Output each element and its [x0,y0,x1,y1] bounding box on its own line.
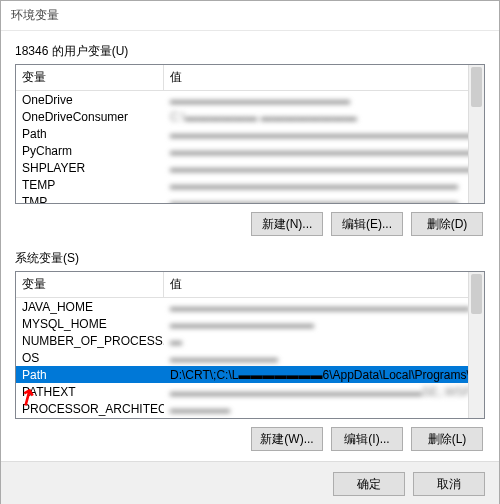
var-name: Path [16,367,164,383]
var-name: OneDrive [16,92,164,108]
var-name: PyCharm [16,143,164,159]
table-row[interactable]: PyCharm▬▬▬▬▬▬▬▬▬▬▬▬▬▬▬▬▬▬▬▬▬▬▬▬▬▬▬▬▬.3.3… [16,142,484,159]
var-name: JAVA_HOME [16,299,164,315]
var-name: PROCESSOR_ARCHITECTU [16,401,164,417]
var-value: C:\▬▬▬▬▬▬ ▬▬▬▬▬▬▬▬ [164,109,484,125]
var-value: ▬▬▬▬▬▬▬▬▬ [164,350,484,366]
var-name: PATHEXT [16,384,164,400]
system-vars-table[interactable]: 变量 值 JAVA_HOME▬▬▬▬▬▬▬▬▬▬▬▬▬▬▬▬▬▬▬▬▬▬▬▬▬M… [15,271,485,419]
var-value: ▬▬▬▬▬▬▬▬▬▬▬▬▬▬▬▬▬▬▬▬▬▬▬▬▬▬▬▬3.1.0 [164,160,484,176]
col-name[interactable]: 变量 [16,65,164,90]
ok-button[interactable]: 确定 [333,472,405,496]
user-vars-table[interactable]: 变量 值 OneDrive▬▬▬▬▬▬▬▬▬▬▬▬▬▬▬OneDriveCons… [15,64,485,204]
env-vars-dialog: 环境变量 18346 的用户变量(U) 变量 值 OneDrive▬▬▬▬▬▬▬… [0,0,500,504]
table-row[interactable]: TEMP▬▬▬▬▬▬▬▬▬▬▬▬▬▬▬▬▬▬▬▬▬▬▬▬ [16,176,484,193]
table-row[interactable]: OS▬▬▬▬▬▬▬▬▬ [16,349,484,366]
user-vars-section: 18346 的用户变量(U) 变量 值 OneDrive▬▬▬▬▬▬▬▬▬▬▬▬… [15,43,485,240]
var-value: ▬▬▬▬▬ [164,401,484,417]
col-value[interactable]: 值 [164,272,484,297]
dialog-buttons: 确定 取消 [1,461,499,504]
dialog-title: 环境变量 [1,1,499,31]
table-header: 变量 值 [16,65,484,91]
var-value: ▬▬▬▬▬▬▬▬▬▬▬▬▬▬▬▬▬▬▬▬▬▬▬▬▬ [164,299,484,315]
var-value: ▬▬▬▬▬▬▬▬▬▬▬▬▬▬▬ [164,92,484,108]
var-value: ▬▬▬▬▬▬▬▬▬▬▬▬▬▬▬▬▬▬▬▬▬SE;.WSF;.WSH;.MSC;.… [164,384,484,400]
var-value: D:\CRT\;C:\L▬▬▬▬▬▬▬6\AppData\Local\Progr… [164,367,484,383]
var-name: OS [16,350,164,366]
table-row[interactable]: JAVA_HOME▬▬▬▬▬▬▬▬▬▬▬▬▬▬▬▬▬▬▬▬▬▬▬▬▬ [16,298,484,315]
table-row[interactable]: OneDrive▬▬▬▬▬▬▬▬▬▬▬▬▬▬▬ [16,91,484,108]
cancel-button[interactable]: 取消 [413,472,485,496]
user-vars-buttons: 新建(N)... 编辑(E)... 删除(D) [15,204,485,240]
user-delete-button[interactable]: 删除(D) [411,212,483,236]
var-value: ▬▬▬▬▬▬▬▬▬▬▬▬▬▬▬▬▬▬▬▬▬▬▬▬▬▬▬▬▬.3.3\bin; [164,143,484,159]
table-row[interactable]: MYSQL_HOME▬▬▬▬▬▬▬▬▬▬▬▬ [16,315,484,332]
col-value[interactable]: 值 [164,65,484,90]
table-row[interactable]: PATHEXT▬▬▬▬▬▬▬▬▬▬▬▬▬▬▬▬▬▬▬▬▬SE;.WSF;.WSH… [16,383,484,400]
var-value: ▬▬▬▬▬▬▬▬▬▬▬▬ [164,316,484,332]
var-name: OneDriveConsumer [16,109,164,125]
table-row[interactable]: TMP▬▬▬▬▬▬▬▬▬▬▬▬▬▬▬▬▬▬▬▬▬▬▬▬ [16,193,484,204]
var-value: ▬ [164,333,484,349]
var-name: PROCESSOR_IDENTIFIER [16,418,164,420]
table-row[interactable]: PROCESSOR_IDENTIFIER▬▬▬▬▬▬▬▬▬▬▬▬▬▬▬▬▬▬▬▬… [16,417,484,419]
table-header: 变量 值 [16,272,484,298]
system-new-button[interactable]: 新建(W)... [251,427,323,451]
var-value: ▬▬▬▬▬▬▬▬▬▬▬▬▬▬▬▬▬▬▬▬▬▬▬▬ [164,177,484,193]
var-name: MYSQL_HOME [16,316,164,332]
scrollbar[interactable] [468,272,484,418]
table-row[interactable]: Path▬▬▬▬▬▬▬▬▬▬▬▬▬▬▬▬▬▬▬▬▬▬▬▬▬▬▬▬▬2019\py… [16,125,484,142]
dialog-content: 18346 的用户变量(U) 变量 值 OneDrive▬▬▬▬▬▬▬▬▬▬▬▬… [1,31,499,461]
user-vars-label: 18346 的用户变量(U) [15,43,485,60]
col-name[interactable]: 变量 [16,272,164,297]
user-new-button[interactable]: 新建(N)... [251,212,323,236]
var-name: Path [16,126,164,142]
table-row[interactable]: SHPLAYER▬▬▬▬▬▬▬▬▬▬▬▬▬▬▬▬▬▬▬▬▬▬▬▬▬▬▬▬3.1.… [16,159,484,176]
table-row[interactable]: PROCESSOR_ARCHITECTU▬▬▬▬▬ [16,400,484,417]
system-vars-buttons: 新建(W)... 编辑(I)... 删除(L) [15,419,485,455]
var-name: NUMBER_OF_PROCESS... [16,333,164,349]
system-delete-button[interactable]: 删除(L) [411,427,483,451]
system-vars-section: 系统变量(S) 变量 值 JAVA_HOME▬▬▬▬▬▬▬▬▬▬▬▬▬▬▬▬▬▬… [15,250,485,455]
var-value: ▬▬▬▬▬▬▬▬▬▬▬▬▬▬▬▬▬▬▬▬▬▬▬▬▬▬▬▬▬2019\py...h… [164,126,484,142]
var-name: SHPLAYER [16,160,164,176]
scrollbar[interactable] [468,65,484,203]
system-vars-label: 系统变量(S) [15,250,485,267]
table-row[interactable]: OneDriveConsumerC:\▬▬▬▬▬▬ ▬▬▬▬▬▬▬▬ [16,108,484,125]
var-name: TMP [16,194,164,205]
var-value: ▬▬▬▬▬▬▬▬▬▬▬▬▬▬▬▬▬▬▬▬▬▬▬▬ [164,194,484,205]
system-edit-button[interactable]: 编辑(I)... [331,427,403,451]
user-edit-button[interactable]: 编辑(E)... [331,212,403,236]
table-row[interactable]: PathD:\CRT\;C:\L▬▬▬▬▬▬▬6\AppData\Local\P… [16,366,484,383]
var-name: TEMP [16,177,164,193]
var-value: ▬▬▬▬▬▬▬▬▬▬▬▬▬▬▬▬▬▬▬▬▬▬▬▬▬▬▬tel [164,418,484,420]
table-row[interactable]: NUMBER_OF_PROCESS...▬ [16,332,484,349]
